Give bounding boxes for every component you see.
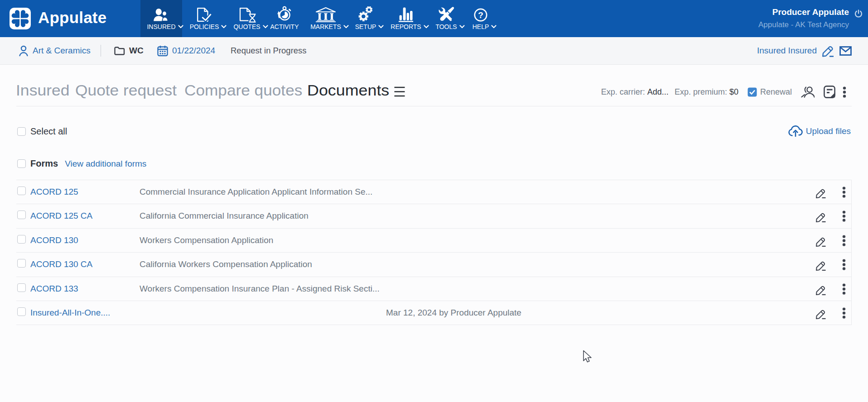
svg-text:?: ? xyxy=(478,10,483,20)
